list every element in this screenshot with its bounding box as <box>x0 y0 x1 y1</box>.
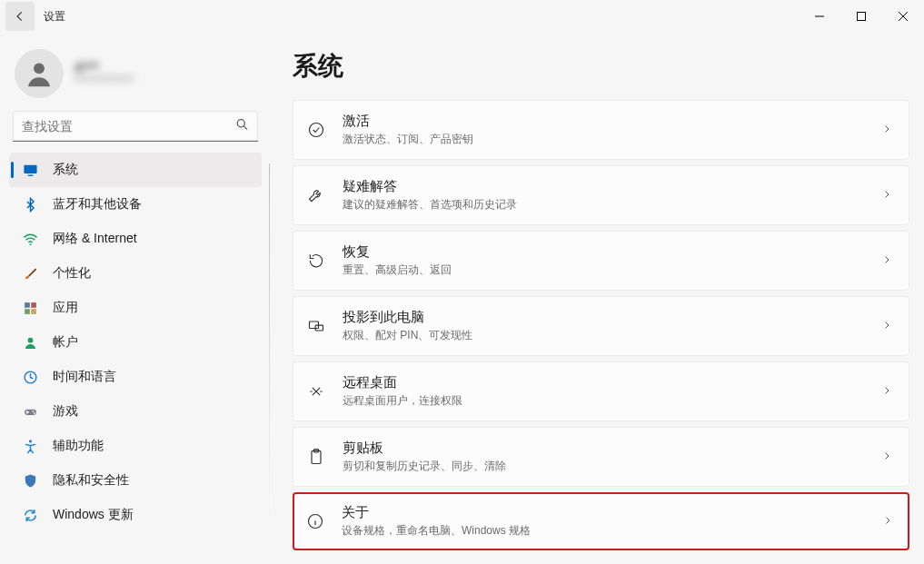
nav: 系统 蓝牙和其他设备 网络 & Internet 个性化 应用 帐户 <box>9 153 262 532</box>
project-icon <box>306 316 326 336</box>
svg-line-6 <box>243 126 247 130</box>
back-button[interactable] <box>5 2 35 31</box>
svg-rect-7 <box>24 164 36 173</box>
clipboard-icon <box>306 447 326 467</box>
card-sub: 激活状态、订阅、产品密钥 <box>343 132 881 147</box>
remote-icon <box>306 381 326 401</box>
card-sub: 建议的疑难解答、首选项和历史记录 <box>343 197 881 213</box>
card-title: 恢复 <box>343 243 881 261</box>
arrow-left-icon <box>14 10 26 23</box>
svg-rect-8 <box>27 174 33 175</box>
sidebar-item-accounts[interactable]: 帐户 <box>9 325 262 360</box>
apps-icon <box>22 300 38 316</box>
chevron-right-icon <box>881 187 892 203</box>
card-title: 投影到此电脑 <box>343 309 881 326</box>
card-sub: 剪切和复制历史记录、同步、清除 <box>343 459 881 474</box>
window-title: 设置 <box>44 9 65 25</box>
sidebar-item-label: 游戏 <box>53 403 78 420</box>
bluetooth-icon <box>22 196 38 213</box>
main: 系统 激活激活状态、订阅、产品密钥 疑难解答建议的疑难解答、首选项和历史记录 恢… <box>271 33 924 564</box>
info-icon <box>305 511 325 531</box>
chevron-right-icon <box>881 318 892 334</box>
sidebar-item-label: 蓝牙和其他设备 <box>53 196 142 213</box>
svg-point-19 <box>28 440 31 442</box>
chevron-right-icon <box>881 122 892 138</box>
sidebar-item-time-language[interactable]: 时间和语言 <box>9 360 262 394</box>
sidebar-item-gaming[interactable]: 游戏 <box>9 394 262 429</box>
sidebar: A*** ************** 系统 蓝牙和其他设备 网络 & Inte… <box>0 33 271 564</box>
card-sub: 重置、高级启动、返回 <box>343 262 881 278</box>
card-title: 远程桌面 <box>343 374 881 391</box>
card-title: 激活 <box>343 113 881 130</box>
profile[interactable]: A*** ************** <box>9 42 262 111</box>
svg-rect-12 <box>25 309 30 314</box>
card-title: 剪贴板 <box>343 440 881 457</box>
svg-point-17 <box>32 410 34 411</box>
page-title: 系统 <box>293 49 909 84</box>
brush-icon <box>22 265 38 282</box>
svg-point-4 <box>34 63 45 74</box>
card-troubleshoot[interactable]: 疑难解答建议的疑难解答、首选项和历史记录 <box>293 165 909 225</box>
card-sub: 远程桌面用户，连接权限 <box>343 393 881 409</box>
avatar <box>15 49 64 98</box>
accessibility-icon <box>22 438 38 454</box>
sidebar-item-label: 时间和语言 <box>53 369 116 385</box>
svg-rect-1 <box>858 13 866 21</box>
svg-point-5 <box>237 120 244 127</box>
wifi-icon <box>22 231 38 247</box>
close-button[interactable] <box>882 2 924 31</box>
sidebar-item-bluetooth[interactable]: 蓝牙和其他设备 <box>9 187 262 222</box>
search-icon <box>235 118 249 135</box>
sidebar-item-label: 系统 <box>53 162 78 178</box>
sidebar-item-personalization[interactable]: 个性化 <box>9 256 262 291</box>
chevron-right-icon <box>881 449 892 465</box>
svg-rect-13 <box>31 309 36 314</box>
divider <box>269 163 270 564</box>
sidebar-item-label: 辅助功能 <box>53 438 104 454</box>
svg-point-18 <box>33 412 35 414</box>
svg-point-20 <box>310 124 323 137</box>
search-box[interactable] <box>13 111 258 142</box>
globe-clock-icon <box>22 369 38 385</box>
window-controls <box>799 2 924 31</box>
titlebar: 设置 <box>0 0 924 33</box>
card-sub: 设备规格，重命名电脑、Windows 规格 <box>342 523 882 539</box>
check-circle-icon <box>306 120 326 140</box>
sidebar-item-windows-update[interactable]: Windows 更新 <box>9 498 262 532</box>
svg-rect-10 <box>25 302 30 308</box>
sidebar-item-system[interactable]: 系统 <box>9 153 262 187</box>
card-title: 关于 <box>342 504 882 521</box>
minimize-button[interactable] <box>799 2 840 31</box>
sidebar-item-accessibility[interactable]: 辅助功能 <box>9 429 262 463</box>
sidebar-item-label: 个性化 <box>53 265 91 282</box>
svg-point-9 <box>29 243 31 245</box>
svg-rect-11 <box>31 302 36 308</box>
sidebar-item-label: 隐私和安全性 <box>53 472 129 489</box>
shield-icon <box>22 472 38 489</box>
search-input[interactable] <box>13 111 258 142</box>
chevron-right-icon <box>882 513 893 529</box>
gamepad-icon <box>22 403 38 420</box>
sidebar-item-privacy[interactable]: 隐私和安全性 <box>9 463 262 498</box>
card-activation[interactable]: 激活激活状态、订阅、产品密钥 <box>293 100 909 160</box>
card-recovery[interactable]: 恢复重置、高级启动、返回 <box>293 231 909 291</box>
sidebar-item-label: 帐户 <box>53 334 78 351</box>
sidebar-item-label: 网络 & Internet <box>53 231 137 247</box>
account-icon <box>22 334 38 351</box>
display-icon <box>22 162 38 178</box>
maximize-button[interactable] <box>840 2 882 31</box>
card-clipboard[interactable]: 剪贴板剪切和复制历史记录、同步、清除 <box>293 427 909 487</box>
profile-sub: ************** <box>75 74 134 87</box>
chevron-right-icon <box>881 252 892 269</box>
recovery-icon <box>306 251 326 271</box>
sidebar-item-network[interactable]: 网络 & Internet <box>9 222 262 256</box>
sidebar-item-apps[interactable]: 应用 <box>9 291 262 325</box>
card-about[interactable]: 关于设备规格，重命名电脑、Windows 规格 <box>293 492 909 550</box>
card-remote-desktop[interactable]: 远程桌面远程桌面用户，连接权限 <box>293 361 909 421</box>
sidebar-item-label: Windows 更新 <box>53 507 134 523</box>
svg-point-14 <box>27 337 33 342</box>
card-title: 疑难解答 <box>343 178 881 195</box>
chevron-right-icon <box>881 383 892 400</box>
profile-name: A*** <box>75 60 134 74</box>
card-project[interactable]: 投影到此电脑权限、配对 PIN、可发现性 <box>293 296 909 356</box>
